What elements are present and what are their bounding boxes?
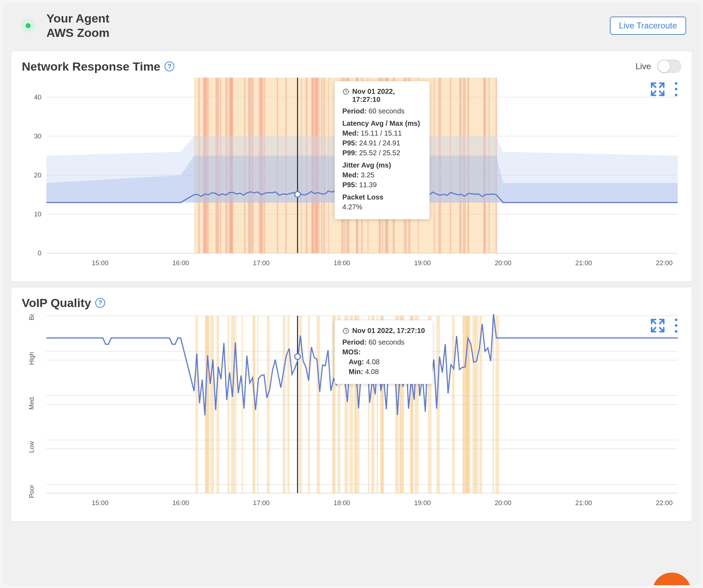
- svg-text:20:00: 20:00: [495, 499, 511, 507]
- svg-text:17:00: 17:00: [253, 259, 270, 267]
- svg-text:16:00: 16:00: [172, 499, 189, 507]
- svg-text:19:00: 19:00: [414, 499, 431, 507]
- svg-text:20: 20: [34, 171, 41, 178]
- svg-text:17:00: 17:00: [253, 499, 270, 507]
- kebab-icon[interactable]: [675, 82, 678, 96]
- voip-chart[interactable]: PoorLowMed.HighBest15:0016:0017:0018:001…: [22, 314, 681, 514]
- svg-text:18:00: 18:00: [334, 499, 350, 507]
- expand-icon[interactable]: [650, 81, 666, 97]
- svg-text:High: High: [28, 352, 35, 365]
- expand-icon[interactable]: [650, 318, 666, 334]
- agent-subtitle: AWS Zoom: [46, 26, 610, 40]
- kebab-icon[interactable]: [675, 319, 678, 333]
- svg-text:21:00: 21:00: [575, 499, 592, 507]
- nrt-card: Network Response Time ? Live 01020304015…: [11, 51, 692, 281]
- svg-text:22:00: 22:00: [656, 499, 672, 507]
- svg-text:40: 40: [34, 93, 41, 100]
- svg-text:Low: Low: [28, 441, 35, 453]
- nrt-title: Network Response Time: [22, 60, 160, 73]
- svg-text:Best: Best: [28, 314, 35, 320]
- svg-text:16:00: 16:00: [172, 259, 189, 267]
- svg-text:10: 10: [34, 210, 41, 217]
- voip-tooltip: Nov 01 2022, 17:27:10 Period: 60 seconds…: [335, 320, 433, 384]
- clock-icon: [342, 327, 349, 334]
- voip-card: VoIP Quality ? PoorLowMed.HighBest15:001…: [11, 288, 692, 521]
- live-label: Live: [636, 61, 651, 71]
- agent-header: Your Agent AWS Zoom Live Traceroute: [3, 3, 700, 47]
- svg-point-162: [295, 354, 301, 359]
- svg-text:30: 30: [34, 132, 41, 139]
- svg-text:Med.: Med.: [28, 396, 35, 410]
- info-icon[interactable]: ?: [95, 298, 105, 308]
- svg-text:21:00: 21:00: [575, 259, 592, 267]
- svg-text:15:00: 15:00: [92, 499, 108, 507]
- live-traceroute-button[interactable]: Live Traceroute: [610, 17, 686, 35]
- status-indicator: [21, 19, 35, 33]
- nrt-chart[interactable]: 01020304015:0016:0017:0018:0019:0020:002…: [22, 78, 681, 274]
- svg-text:18:00: 18:00: [334, 259, 350, 267]
- svg-text:Poor: Poor: [28, 485, 35, 498]
- svg-point-80: [295, 191, 301, 197]
- nrt-tooltip: Nov 01 2022,17:27:10 Period: 60 seconds …: [335, 81, 430, 219]
- svg-text:22:00: 22:00: [656, 259, 672, 267]
- live-toggle[interactable]: [657, 60, 681, 73]
- svg-text:19:00: 19:00: [414, 259, 431, 267]
- agent-title: Your Agent: [46, 11, 610, 26]
- svg-text:15:00: 15:00: [92, 259, 108, 267]
- info-icon[interactable]: ?: [165, 61, 174, 71]
- svg-text:0: 0: [38, 249, 41, 257]
- help-fab[interactable]: [652, 573, 691, 585]
- clock-icon: [342, 88, 349, 95]
- voip-title: VoIP Quality: [22, 296, 91, 310]
- svg-text:20:00: 20:00: [495, 259, 511, 267]
